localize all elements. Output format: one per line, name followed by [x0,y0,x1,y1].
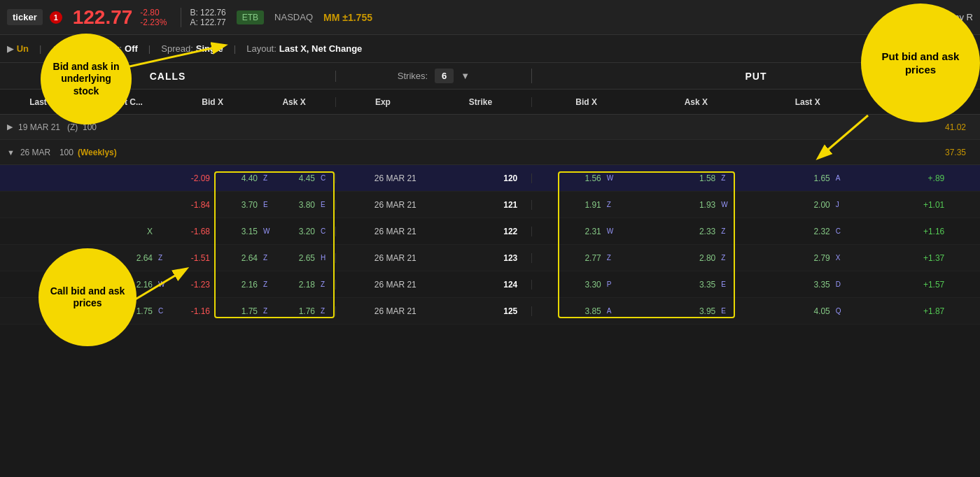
layout-control[interactable]: Layout: Last X, Net Change [246,43,362,54]
put-lastx-ex: J [836,201,844,208]
exp-cell: 26 MAR 21 [350,227,441,236]
call-bid-group[interactable]: 3.15 W [217,227,274,236]
call-bid-group[interactable]: 2.64 Z [217,253,274,263]
put-ask-group[interactable]: 1.58 Z [675,173,732,183]
put-lastx-ex: C [836,227,844,235]
price-change: -2.80 -2.23% [140,8,167,27]
put-bid-group[interactable]: 2.31 W [561,227,618,236]
call-bid-group[interactable]: 2.16 Z [217,280,274,290]
put-ask: 3.35 [678,280,720,290]
put-bid-ex: Z [607,201,615,208]
call-ask: 3.20 [277,227,319,236]
puts-side: 2.77 Z 2.80 Z 2.79 X +1.37 [532,253,980,263]
table-row[interactable]: 2.64 Z -1.51 2.64 Z 2.65 H 26 MAR 21 123… [0,245,980,271]
put-lastx-ex: A [836,174,844,182]
call-netc: -1.23 [172,280,214,290]
layout-label: Layout: [246,43,276,54]
put-netc: +1.37 [906,253,948,263]
put-ask-group[interactable]: 2.80 Z [675,253,732,263]
section-suffix-2: 100 [55,148,74,157]
put-netc: +1.01 [906,200,948,210]
section-arrow-2[interactable]: ▼ [7,148,15,157]
spread-control[interactable]: Spread: Single [161,43,223,54]
put-bid-group[interactable]: 1.56 W [561,173,618,183]
table-row[interactable]: 1.75 C -1.16 1.75 Z 1.76 Z 26 MAR 21 125… [0,298,980,325]
nav-arrow-un[interactable]: ▶ Un [7,43,29,54]
table-row[interactable]: 2.16 W -1.23 2.16 Z 2.18 Z 26 MAR 21 124… [0,271,980,298]
call-ask-ex: C [321,174,329,182]
sep1: | [39,43,41,54]
put-bid: 1.56 [564,173,606,183]
price-change-pct: -2.23% [140,17,167,27]
middle-side: 26 MAR 21 124 [336,280,532,290]
price-main: 122.77 [73,6,133,29]
call-bid-group[interactable]: 4.40 Z [217,173,274,183]
call-bid: 1.75 [220,306,262,316]
ticker-box[interactable]: ticker [7,9,43,25]
put-bid: 3.85 [564,306,606,316]
ask-display: A: 122.77 [190,17,225,27]
put-lastx: 2.79 [792,253,834,263]
put-ask-group[interactable]: 3.95 E [675,306,732,316]
put-lastx-group: 2.32 C [790,227,847,236]
strike-cell: 120 [468,173,517,183]
call-lastx-group: X [112,227,169,236]
call-bid-ex: Z [263,280,272,288]
section-arrow-1[interactable]: ▶ [7,122,13,131]
put-lastx-ex: D [836,280,844,288]
put-bid-ex: Z [607,254,615,262]
calls-side: -1.84 3.70 E 3.80 E [0,200,336,210]
put-bid: 3.30 [564,280,606,290]
call-ask-group[interactable]: 3.20 C [274,227,332,236]
call-ask-group[interactable]: 1.76 Z [274,306,332,316]
call-ask-group[interactable]: 4.45 C [274,173,332,183]
put-bid-group[interactable]: 1.91 Z [561,200,618,210]
table-row[interactable]: -2.09 4.40 Z 4.45 C 26 MAR 21 120 1.56 W… [0,165,980,192]
put-ask-group[interactable]: 2.33 Z [675,227,732,236]
put-netc-group: +1.87 [904,306,951,316]
put-ask-group[interactable]: 3.35 E [675,280,732,290]
sep3: | [148,43,150,54]
toolbar-row: ▶ Un | ▼ Op | Filter: Off | Spread: Sing… [0,35,980,63]
middle-side: 26 MAR 21 120 [336,173,532,183]
call-bid: 2.16 [220,280,262,290]
spread-label: Spread: [161,43,193,54]
put-lastx-group: 3.35 D [790,280,847,290]
col-strike: Strike [463,97,498,107]
call-bid: 3.70 [220,200,262,210]
col-put-bidx: Bid X [570,97,603,107]
put-ask-ex: E [721,307,729,315]
strike-cell: 125 [468,306,517,316]
put-ask-group[interactable]: 1.93 W [675,200,732,210]
strikes-dropdown-icon[interactable]: ▼ [461,71,470,81]
call-bid-group[interactable]: 3.70 E [217,200,274,210]
call-netc-group: -1.16 [169,306,217,316]
put-ask: 1.58 [678,173,720,183]
table-row[interactable]: X -1.68 3.15 W 3.20 C 26 MAR 21 122 2.31… [0,218,980,245]
bid-ask-display: B: 122.76 A: 122.77 [181,8,225,27]
put-bid-group[interactable]: 2.77 Z [561,253,618,263]
put-netc-group: +1.57 [904,280,951,290]
data-rows: -2.09 4.40 Z 4.45 C 26 MAR 21 120 1.56 W… [0,165,980,325]
table-row[interactable]: -1.84 3.70 E 3.80 E 26 MAR 21 121 1.91 Z… [0,192,980,218]
call-ask-group[interactable]: 2.18 Z [274,280,332,290]
put-lastx: 4.05 [792,306,834,316]
put-bid-ex: W [607,174,615,182]
call-ask: 1.76 [277,306,319,316]
call-netc-group: -2.09 [169,173,217,183]
call-ask-group[interactable]: 3.80 E [274,200,332,210]
strikes-section: Strikes: 6 ▼ [336,69,532,83]
call-bid: 3.15 [220,227,262,236]
layout-value: Last X, Net Change [279,43,362,54]
put-bid-group[interactable]: 3.85 A [561,306,618,316]
put-bid: 2.77 [564,253,606,263]
put-bid-group[interactable]: 3.30 P [561,280,618,290]
call-netc-group: -1.51 [169,253,217,263]
strikes-value[interactable]: 6 [435,69,454,83]
strike-cell: 123 [468,253,517,263]
put-netc: +.89 [906,173,948,183]
call-bid-ex: Z [263,254,272,262]
call-bid-group[interactable]: 1.75 Z [217,306,274,316]
call-ask-group[interactable]: 2.65 H [274,253,332,263]
call-bid-ex: Z [263,307,272,315]
